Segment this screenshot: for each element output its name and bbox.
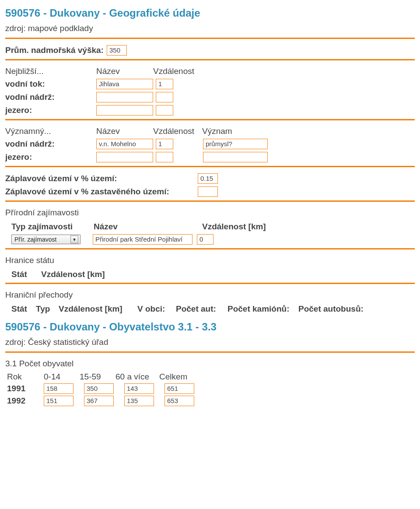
name-value[interactable]: Jihlava	[96, 79, 153, 89]
divider	[5, 166, 415, 167]
flood-builtup-value[interactable]	[198, 186, 218, 197]
sig-value[interactable]: průmysl?	[203, 139, 268, 149]
th-type: Typ zajímavosti	[11, 222, 94, 232]
divider	[5, 38, 415, 39]
crossings-head: Stát Typ Vzdálenost [km] V obci: Počet a…	[11, 304, 415, 314]
altitude-value[interactable]: 350	[107, 45, 127, 56]
th-dist: Vzdálenost [km]	[41, 270, 120, 279]
significant-head: Významný...	[5, 126, 96, 136]
year-label: 1992	[7, 396, 44, 406]
attraction-row: Přír. zajímavost ▼ Přirodní park Střední…	[5, 234, 415, 245]
nearest-reservoir-row: vodní nádrž:	[5, 92, 415, 102]
chevron-down-icon[interactable]: ▼	[70, 235, 78, 243]
pop-source: zdroj: Český statistický úřad	[5, 337, 415, 347]
dist-value[interactable]	[156, 105, 173, 116]
nearest-lake-row: jezero:	[5, 105, 415, 116]
dist-value[interactable]	[156, 92, 173, 102]
th-name: Název	[94, 222, 202, 232]
flood-territory-row: Záplavové území v % území: 0.15	[5, 173, 415, 184]
divider	[5, 200, 415, 202]
borders-title: Hranice státu	[5, 256, 415, 265]
val-0-14[interactable]: 151	[44, 396, 74, 406]
pop-table-head: Rok 0-14 15-59 60 a více Celkem	[7, 372, 415, 382]
attraction-type-select[interactable]: Přír. zajímavost ▼	[11, 235, 80, 244]
attraction-name-value[interactable]: Přirodní park Střední Pojihlaví	[93, 234, 192, 245]
row-label: vodní nádrž:	[5, 139, 96, 149]
flood-territory-value[interactable]: 0.15	[198, 173, 218, 184]
significant-reservoir-row: vodní nádrž: v.n. Mohelno 1 průmysl?	[5, 139, 415, 149]
row-label: vodní tok:	[5, 79, 96, 89]
crossings-title: Hraniční přechody	[5, 290, 415, 300]
sig-value[interactable]	[203, 152, 268, 162]
val-15-59[interactable]: 350	[84, 383, 114, 394]
th-year: Rok	[7, 372, 44, 382]
val-0-14[interactable]: 158	[44, 383, 74, 394]
nearest-head-row: Nejbližší... Název Vzdálenost	[5, 67, 415, 76]
geo-source: zdroj: mapové podklady	[5, 24, 415, 33]
th-dist: Vzdálenost [km]	[202, 222, 290, 232]
th-total: Celkem	[159, 372, 199, 382]
row-label: jezero:	[5, 105, 96, 115]
flood-builtup-row: Záplavové území v % zastavěného území:	[5, 186, 415, 197]
flood-builtup-label: Záplavové území v % zastavěného území:	[5, 187, 198, 197]
th-15-59: 15-59	[80, 372, 116, 382]
flood-territory-label: Záplavové území v % území:	[5, 174, 198, 183]
attractions-title: Přírodní zajímavosti	[5, 208, 415, 218]
name-value[interactable]	[96, 105, 153, 116]
val-total[interactable]: 653	[164, 396, 194, 406]
pop-section-31: 3.1 Počet obyvatel	[5, 359, 415, 369]
col-dist: Vzdálenost	[153, 126, 202, 136]
th-state: Stát	[11, 304, 32, 314]
pop-heading: 590576 - Dukovany - Obyvatelstvo 3.1 - 3…	[5, 321, 415, 333]
pop-row-1992: 1992 151 367 135 653	[5, 396, 415, 406]
divider	[5, 351, 415, 353]
th-buses: Počet autobusů:	[298, 304, 373, 314]
col-sig: Význam	[202, 126, 232, 136]
th-0-14: 0-14	[44, 372, 80, 382]
nearest-head: Nejbližší...	[5, 67, 96, 76]
col-dist: Vzdálenost	[153, 67, 194, 76]
pop-row-1991: 1991 158 350 143 651	[5, 383, 415, 394]
th-type: Typ	[36, 304, 55, 314]
val-60plus[interactable]: 143	[124, 383, 154, 394]
attraction-type-value: Přír. zajímavost	[14, 236, 70, 243]
th-trucks: Počet kamiónů:	[228, 304, 295, 314]
dist-value[interactable]: 1	[156, 79, 173, 89]
attractions-head: Typ zajímavosti Název Vzdálenost [km]	[5, 222, 415, 232]
altitude-label: Prům. nadmořská výška:	[5, 46, 107, 55]
significant-lake-row: jezero:	[5, 152, 415, 162]
name-value[interactable]: v.n. Mohelno	[96, 139, 153, 149]
th-obci: V obci:	[137, 304, 172, 314]
val-60plus[interactable]: 135	[124, 396, 154, 406]
divider	[5, 119, 415, 120]
year-label: 1991	[7, 384, 44, 393]
th-state: Stát	[11, 270, 41, 279]
name-value[interactable]	[96, 152, 153, 162]
val-15-59[interactable]: 367	[84, 396, 114, 406]
row-label: vodní nádrž:	[5, 92, 96, 102]
name-value[interactable]	[96, 92, 153, 102]
geo-heading: 590576 - Dukovany - Geografické údaje	[5, 7, 415, 19]
dist-value[interactable]: 1	[156, 139, 173, 149]
col-name: Název	[96, 126, 153, 136]
dist-value[interactable]	[156, 152, 173, 162]
val-total[interactable]: 651	[164, 383, 194, 394]
col-name: Název	[96, 67, 153, 76]
nearest-watercourse-row: vodní tok: Jihlava 1	[5, 79, 415, 89]
row-label: jezero:	[5, 152, 96, 162]
divider	[5, 283, 415, 284]
altitude-row: Prům. nadmořská výška: 350	[5, 45, 415, 56]
borders-head: Stát Vzdálenost [km]	[11, 270, 415, 279]
significant-head-row: Významný... Název Vzdálenost Význam	[5, 126, 415, 136]
divider	[5, 248, 415, 249]
divider	[5, 59, 415, 60]
th-60plus: 60 a více	[116, 372, 159, 382]
th-cars: Počet aut:	[176, 304, 224, 314]
attraction-dist-value[interactable]: 0	[197, 234, 214, 245]
th-dist: Vzdálenost [km]	[59, 304, 134, 314]
